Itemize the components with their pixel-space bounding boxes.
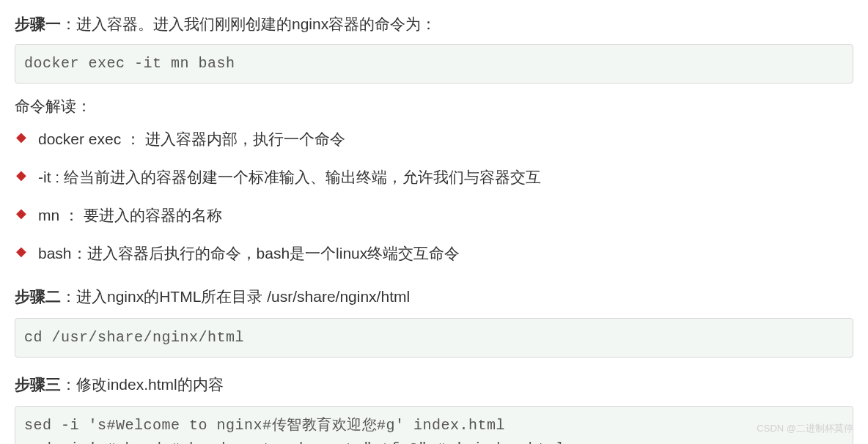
step-three-code: sed -i 's#Welcome to nginx#传智教育欢迎您#g' in…: [15, 406, 853, 444]
list-item: mn ： 要进入的容器的名称: [15, 201, 853, 229]
step-three-desc: ：修改index.html的内容: [61, 376, 224, 393]
explain-header: 命令解读：: [15, 94, 853, 119]
step-one-label: 步骤一: [15, 15, 61, 32]
step-three-label: 步骤三: [15, 376, 61, 393]
explain-list: docker exec ： 进入容器内部，执行一个命令 -it : 给当前进入的…: [15, 125, 853, 267]
step-three-header: 步骤三：修改index.html的内容: [15, 372, 853, 397]
step-one-header: 步骤一：进入容器。进入我们刚刚创建的nginx容器的命令为：: [15, 12, 853, 37]
step-two-code: cd /usr/share/nginx/html: [15, 318, 853, 358]
step-one-code: docker exec -it mn bash: [15, 44, 853, 84]
step-one-desc: ：进入容器。进入我们刚刚创建的nginx容器的命令为：: [61, 15, 436, 32]
watermark: CSDN @二进制杯莫停: [757, 421, 853, 437]
list-item: docker exec ： 进入容器内部，执行一个命令: [15, 125, 853, 153]
step-two-header: 步骤二：进入nginx的HTML所在目录 /usr/share/nginx/ht…: [15, 284, 853, 309]
list-item: bash：进入容器后执行的命令，bash是一个linux终端交互命令: [15, 240, 853, 267]
step-two-desc: ：进入nginx的HTML所在目录 /usr/share/nginx/html: [61, 288, 410, 305]
list-item: -it : 给当前进入的容器创建一个标准输入、输出终端，允许我们与容器交互: [15, 163, 853, 191]
step-two-label: 步骤二: [15, 288, 61, 305]
